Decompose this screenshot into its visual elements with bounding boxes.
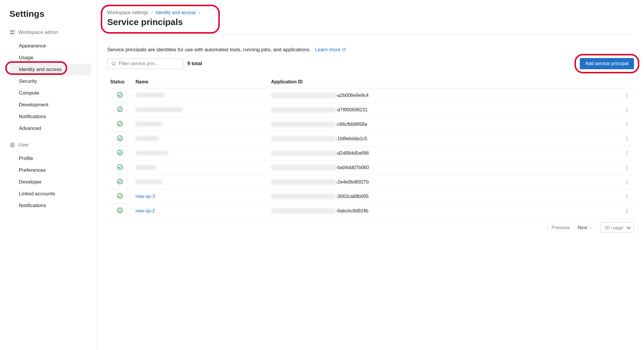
- row-actions-button[interactable]: [623, 91, 631, 100]
- svg-point-22: [627, 138, 627, 139]
- sidebar-item-notifications-user[interactable]: Notifications: [9, 200, 91, 212]
- redacted-text: [271, 122, 336, 127]
- breadcrumb-item[interactable]: Workspace settings: [107, 10, 148, 15]
- table-row: new-sp-2-6abcbc9d924b: [107, 204, 634, 218]
- row-menu-cell: [620, 175, 634, 189]
- table-row: -1fd9ebdda1c5: [107, 132, 634, 146]
- sidebar-title: Settings: [9, 9, 91, 19]
- app-id-suffix: -3063ca88b005: [336, 194, 369, 199]
- service-principal-link[interactable]: new-sp-2: [136, 208, 155, 213]
- svg-point-25: [627, 151, 627, 152]
- svg-point-38: [627, 196, 627, 197]
- add-button-wrap: Add service principal: [580, 58, 634, 69]
- search-icon: [111, 61, 116, 66]
- kebab-menu-icon: [624, 151, 630, 156]
- kebab-menu-icon: [624, 208, 630, 214]
- filter-box[interactable]: [107, 58, 183, 69]
- col-header-appid[interactable]: Application ID: [268, 76, 620, 88]
- table-row: -2e4e0bd6927b: [107, 175, 634, 189]
- svg-point-18: [627, 124, 627, 125]
- name-cell[interactable]: new-sp-3: [133, 189, 268, 204]
- row-actions-button[interactable]: [623, 149, 631, 157]
- previous-page-button[interactable]: Previous: [546, 225, 570, 230]
- total-count: 9 total: [187, 61, 202, 67]
- name-cell[interactable]: [133, 175, 268, 189]
- status-ok-icon: [117, 120, 123, 127]
- redacted-text: [271, 194, 336, 199]
- redacted-text: [271, 151, 336, 156]
- row-actions-button[interactable]: [623, 135, 631, 143]
- sidebar-item-advanced[interactable]: Advanced: [9, 123, 91, 134]
- sidebar-item-development[interactable]: Development: [9, 99, 91, 111]
- row-actions-button[interactable]: [623, 207, 631, 215]
- row-actions-button[interactable]: [623, 192, 631, 201]
- sidebar-item-linked-accounts[interactable]: Linked accounts: [9, 188, 91, 200]
- sidebar-item-identity-and-access[interactable]: Identity and access: [9, 64, 91, 75]
- sidebar-item-compute[interactable]: Compute: [9, 87, 91, 99]
- col-header-name[interactable]: Name: [133, 76, 268, 88]
- sidebar-item-appearance[interactable]: Appearance: [9, 40, 91, 52]
- status-ok-icon: [117, 178, 123, 185]
- status-ok-icon: [117, 207, 123, 214]
- kebab-menu-icon: [624, 136, 630, 141]
- name-cell[interactable]: [133, 88, 268, 103]
- sidebar-item-notifications[interactable]: Notifications: [9, 111, 91, 123]
- name-cell[interactable]: [133, 103, 268, 117]
- breadcrumb-item[interactable]: Identity and access: [156, 10, 196, 15]
- sidebar-item-security[interactable]: Security: [9, 75, 91, 87]
- name-cell[interactable]: [133, 132, 268, 146]
- app-id-cell: -6abcbc9d924b: [268, 204, 620, 218]
- row-actions-button[interactable]: [623, 178, 631, 186]
- sidebar-item-developer[interactable]: Developer: [9, 176, 91, 188]
- svg-point-6: [12, 144, 13, 145]
- divider: [107, 34, 634, 34]
- table-row: -a2b006e9e9c4: [107, 88, 634, 103]
- svg-point-39: [627, 198, 627, 198]
- app-id-suffix: -2e4e0bd6927b: [336, 179, 369, 185]
- col-header-status[interactable]: Status: [107, 76, 133, 88]
- svg-point-4: [13, 33, 14, 34]
- chevron-left-icon: [546, 226, 550, 230]
- svg-point-19: [627, 126, 627, 126]
- next-page-button[interactable]: Next: [578, 225, 593, 230]
- chevron-right-icon: ›: [151, 10, 153, 15]
- nav-section-label: User: [18, 142, 29, 148]
- redacted-text: [271, 93, 336, 98]
- page-size-select[interactable]: 20 / page: [600, 222, 634, 233]
- name-cell[interactable]: [133, 146, 268, 161]
- svg-point-10: [627, 95, 627, 96]
- svg-point-27: [627, 154, 627, 155]
- app-id-cell: -d78f00608231: [268, 103, 620, 117]
- app-id-cell: -d2d88dd5a696: [268, 146, 620, 161]
- app-id-suffix: -a2b006e9e9c4: [336, 93, 369, 98]
- app-id-suffix: -c66cfbb8858a: [336, 122, 367, 127]
- row-menu-cell: [620, 117, 634, 132]
- toolbar: 9 total Add service principal: [107, 58, 634, 69]
- status-ok-icon: [117, 106, 123, 113]
- col-header-menu: [620, 76, 634, 88]
- settings-sidebar: Settings Workspace admin Appearance Usag…: [0, 0, 97, 350]
- sidebar-item-usage[interactable]: Usage: [9, 52, 91, 64]
- nav-items-workspace: Appearance Usage Identity and access Sec…: [9, 40, 91, 134]
- name-cell[interactable]: [133, 161, 268, 175]
- sidebar-item-profile[interactable]: Profile: [9, 153, 91, 164]
- name-cell[interactable]: new-sp-2: [133, 204, 268, 218]
- name-cell[interactable]: [133, 117, 268, 132]
- service-principal-link[interactable]: new-sp-3: [136, 194, 155, 199]
- learn-more-link[interactable]: Learn more: [315, 47, 346, 52]
- add-service-principal-button[interactable]: Add service principal: [580, 58, 634, 69]
- row-actions-button[interactable]: [623, 106, 631, 114]
- row-actions-button[interactable]: [623, 120, 631, 128]
- status-ok-icon: [117, 92, 123, 98]
- status-cell: [107, 161, 133, 175]
- sidebar-item-preferences[interactable]: Preferences: [9, 164, 91, 176]
- svg-point-21: [627, 137, 627, 138]
- status-ok-icon: [117, 135, 123, 141]
- svg-point-32: [118, 179, 123, 184]
- svg-point-28: [118, 165, 123, 170]
- filter-input[interactable]: [119, 61, 179, 66]
- row-actions-button[interactable]: [623, 164, 631, 172]
- kebab-menu-icon: [624, 107, 630, 113]
- app-id-cell: -ba04dd07b060: [268, 161, 620, 175]
- external-link-icon: [342, 47, 346, 52]
